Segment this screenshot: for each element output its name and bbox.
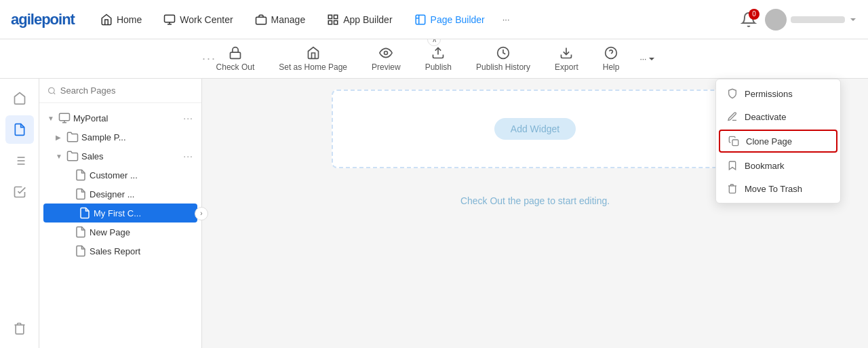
toolbar-help[interactable]: Help (591, 41, 632, 77)
sub-toolbar: ∧ ··· Check Out Set as Home Page Preview… (0, 39, 868, 79)
nav-home[interactable]: Home (91, 8, 151, 31)
search-icon (47, 86, 56, 96)
page-tree: ▼ MyPortal ··· ▶ Sample P... ▼ Sales ··· (39, 103, 201, 348)
nav-more-button[interactable]: ··· (497, 9, 515, 30)
page-icon (75, 188, 87, 200)
sidebar-dots[interactable]: ··· (202, 52, 216, 66)
folder-icon (58, 112, 71, 124)
page-icon (75, 169, 87, 181)
svg-rect-7 (328, 20, 332, 24)
dropdown-move-to-trash[interactable]: Move To Trash (716, 177, 840, 200)
sidebar-doc-icon[interactable] (5, 178, 34, 206)
nav-app-builder[interactable]: App Builder (317, 8, 401, 31)
dropdown-clone-page[interactable]: Clone Page (719, 130, 837, 153)
nav-page-builder[interactable]: Page Builder (405, 8, 494, 31)
svg-rect-26 (60, 113, 70, 121)
folder-icon (66, 131, 79, 143)
dropdown-permissions[interactable]: Permissions (716, 82, 840, 105)
dropdown-deactivate[interactable]: Deactivate (716, 105, 840, 128)
nav-right: 0 (741, 9, 857, 31)
nav-items: Home Work Center Manage App Builder Page… (91, 8, 735, 31)
page-icon (75, 226, 87, 238)
user-avatar (765, 9, 787, 31)
logo-text: agilepoint (11, 11, 75, 28)
svg-line-25 (54, 92, 55, 94)
add-widget-button[interactable]: Add Widget (494, 118, 576, 140)
sidebar-page-icon[interactable] (5, 115, 34, 144)
nav-manage[interactable]: Manage (245, 8, 315, 31)
logo: agilepoint (11, 11, 75, 28)
dropdown-menu: Permissions Deactivate Clone Page Bookma… (715, 79, 841, 204)
sidebar-list-icon[interactable] (5, 147, 34, 175)
toolbar-set-home[interactable]: Set as Home Page (267, 41, 359, 77)
sidebar-trash-icon[interactable] (5, 314, 34, 343)
bookmark-icon (727, 160, 738, 171)
svg-rect-11 (230, 52, 240, 58)
search-input[interactable] (60, 85, 193, 96)
myportal-more[interactable]: ··· (180, 113, 196, 123)
toolbar-publish-history[interactable]: Publish History (464, 41, 542, 77)
sidebar-home-icon[interactable] (5, 84, 34, 113)
tree-item-sales[interactable]: ▼ Sales ··· (39, 147, 201, 166)
notification-bell[interactable]: 0 (741, 12, 757, 28)
svg-point-24 (49, 88, 55, 94)
username (791, 16, 845, 23)
sidebar-collapse-handle[interactable]: › (195, 207, 208, 220)
folder-icon (66, 150, 79, 162)
toolbar-preview[interactable]: Preview (359, 41, 413, 77)
left-icon-sidebar (0, 79, 39, 348)
nav-work-center[interactable]: Work Center (154, 8, 242, 31)
checkout-message: Check Out the page to start editing. (460, 195, 610, 206)
sales-more[interactable]: ··· (180, 151, 196, 161)
tree-item-new-page[interactable]: New Page (39, 223, 201, 241)
toolbar-publish[interactable]: Publish (413, 41, 464, 77)
pen-icon (727, 111, 738, 122)
svg-point-12 (384, 51, 388, 54)
toolbar-more-button[interactable]: ··· (631, 49, 664, 69)
toolbar-export[interactable]: Export (542, 41, 591, 77)
trash-icon (727, 183, 738, 194)
tree-item-designer[interactable]: Designer ... (39, 185, 201, 204)
page-icon (75, 245, 87, 257)
page-tree-sidebar: ▼ MyPortal ··· ▶ Sample P... ▼ Sales ··· (39, 79, 202, 348)
svg-rect-5 (334, 15, 338, 18)
copy-icon (728, 136, 739, 147)
tree-item-sales-report[interactable]: Sales Report (39, 241, 201, 260)
top-nav: agilepoint Home Work Center Manage App B… (0, 0, 868, 39)
shield-icon (727, 88, 738, 99)
page-icon (79, 207, 91, 219)
user-menu[interactable] (765, 9, 857, 31)
svg-rect-0 (165, 15, 175, 22)
svg-rect-6 (334, 20, 338, 24)
search-box (39, 79, 201, 103)
tree-item-customer[interactable]: Customer ... (39, 166, 201, 185)
tree-item-sample[interactable]: ▶ Sample P... (39, 128, 201, 147)
notification-count: 0 (749, 9, 760, 20)
svg-rect-29 (732, 140, 738, 146)
tree-item-myportal[interactable]: ▼ MyPortal ··· (39, 109, 201, 128)
svg-rect-4 (328, 15, 332, 18)
dropdown-bookmark[interactable]: Bookmark (716, 154, 840, 177)
widget-area: Add Widget (332, 90, 738, 168)
svg-rect-3 (256, 17, 266, 24)
svg-rect-8 (416, 15, 425, 24)
tree-item-my-first-c[interactable]: My First C... (43, 204, 197, 223)
